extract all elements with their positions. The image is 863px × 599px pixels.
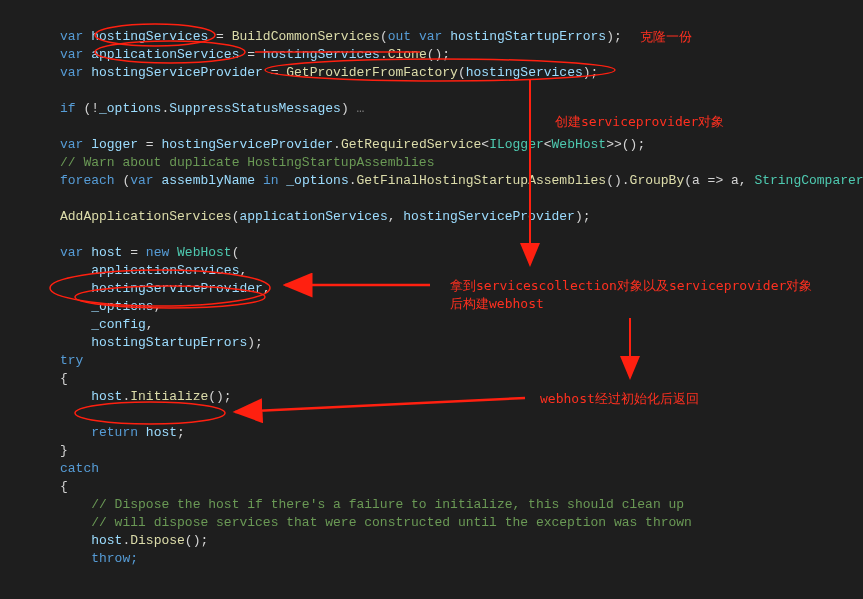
method-BuildCommonServices: BuildCommonServices — [232, 29, 380, 44]
keyword-var: var — [60, 29, 83, 44]
method-Initialize: Initialize — [130, 389, 208, 404]
collapsed-icon[interactable]: … — [349, 101, 365, 116]
var-hostingServices: hostingServices — [91, 29, 208, 44]
annotation-webhost-return: webhost经过初始化后返回 — [540, 390, 699, 408]
type-WebHost: WebHost — [177, 245, 232, 260]
annotation-clone: 克隆一份 — [640, 28, 692, 46]
annotation-webhost-build: 拿到servicescollection对象以及serviceprovider对… — [450, 277, 812, 313]
var-hostingServiceProvider: hostingServiceProvider — [91, 65, 263, 80]
var-applicationServices: applicationServices — [91, 47, 239, 62]
annotation-serviceprovider: 创建serviceprovider对象 — [555, 113, 724, 131]
comment-line: // Dispose the host if there's a failure… — [91, 497, 684, 512]
comment-line: // will dispose services that were const… — [91, 515, 692, 530]
method-AddApplicationServices: AddApplicationServices — [60, 209, 232, 224]
method-GetProviderFromFactory: GetProviderFromFactory — [286, 65, 458, 80]
comment-line: // Warn about duplicate HostingStartupAs… — [60, 155, 434, 170]
